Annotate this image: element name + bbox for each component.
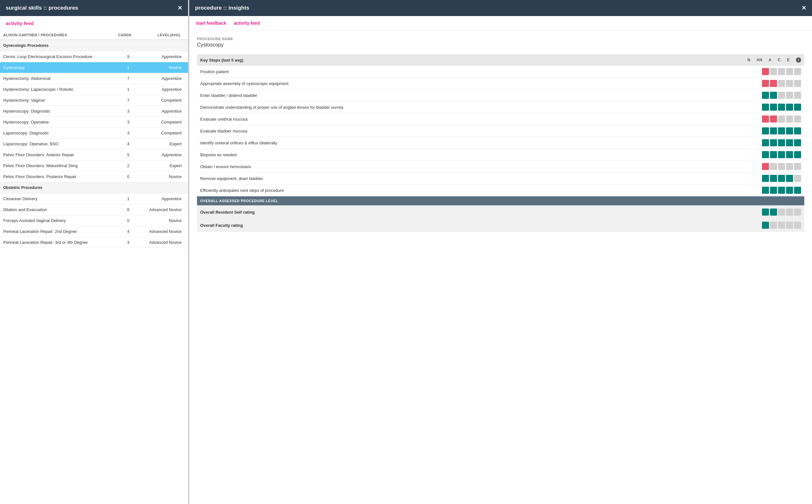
procedure-row[interactable]: Hysterectomy: Vaginal 7 Competent — [0, 95, 188, 106]
key-step-row: Biopsies as needed — [197, 149, 804, 161]
key-step-ratings — [744, 78, 804, 90]
procedure-row[interactable]: Pelvic Floor Disorders: Posterior Repair… — [0, 171, 188, 182]
procedure-row[interactable]: Hysteroscopy: Diagnostic 3 Apprentice — [0, 106, 188, 117]
procedure-name: Forceps Assisted Vaginal Delivery — [0, 215, 111, 226]
summary-row: Overall Resident Self rating — [197, 206, 804, 219]
rating-cell — [770, 115, 777, 123]
rating-cell — [786, 151, 793, 158]
col-header-n: N — [744, 54, 754, 66]
procedure-row[interactable]: Perineal Laceration Repair: 3rd or 4th D… — [0, 237, 188, 248]
procedure-row[interactable]: Cervix: Loop Electrosurgical Excision Pr… — [0, 51, 188, 62]
col-level: LEVEL(AVG) — [139, 30, 188, 40]
key-steps-header: Key Steps (last 5 avg) — [197, 54, 744, 66]
procedure-name: Pelvic Floor Disorders: Anterior Repair — [0, 149, 111, 160]
right-panel-content: PROCEDURE NAME Cystoscopy Key Steps (las… — [189, 30, 812, 504]
rating-cell — [762, 187, 769, 194]
procedure-row[interactable]: Hysteroscopy: Operative 3 Competent — [0, 117, 188, 128]
procedure-cards: 7 — [111, 73, 139, 84]
rating-cell — [762, 80, 769, 87]
rating-cell — [794, 163, 801, 170]
rating-cell — [770, 175, 777, 182]
rating-cell — [762, 115, 769, 123]
procedure-cards: 4 — [111, 226, 139, 237]
procedure-row[interactable]: Dilation and Evacuation 6 Advanced Novic… — [0, 204, 188, 215]
procedure-name: Laparoscopy: Operative, BSO — [0, 139, 111, 149]
procedure-cards: 3 — [111, 237, 139, 248]
insights-table: Key Steps (last 5 avg)NANACEi Position p… — [197, 54, 804, 232]
start-feedback-link[interactable]: start feedback — [196, 21, 226, 26]
key-step-ratings — [744, 101, 804, 113]
key-step-row: Efficiently anticipates next steps of pr… — [197, 184, 804, 196]
rating-cell — [770, 209, 777, 216]
procedure-level: Advanced Novice — [139, 237, 188, 248]
rating-cell — [778, 104, 785, 111]
procedure-level: Apprentice — [139, 84, 188, 95]
rating-cell — [778, 92, 785, 99]
key-step-ratings — [744, 90, 804, 101]
procedure-level: Novice — [139, 215, 188, 226]
left-panel-close[interactable]: ✕ — [177, 4, 182, 12]
procedure-row[interactable]: Hysterectomy: Abdominal 7 Apprentice — [0, 73, 188, 84]
procedure-level: Competent — [139, 128, 188, 139]
left-activity-feed-link[interactable]: activity feed — [0, 16, 188, 30]
procedure-row[interactable]: Perineal Laceration Repair: 2nd Degree 4… — [0, 226, 188, 237]
procedure-name-label: PROCEDURE NAME — [197, 37, 804, 41]
procedure-row[interactable]: Pelvic Floor Disorders: Midurethral Slin… — [0, 160, 188, 171]
key-step-name: Efficiently anticipates next steps of pr… — [197, 184, 744, 196]
key-step-row: Enter bladder / distend bladder — [197, 90, 804, 101]
right-activity-feed-link[interactable]: activity feed — [234, 21, 260, 26]
rating-cell — [794, 139, 801, 146]
rating-cell — [794, 187, 801, 194]
procedure-row[interactable]: Pelvic Floor Disorders: Anterior Repair … — [0, 149, 188, 160]
info-icon[interactable]: i — [796, 57, 801, 63]
rating-cell — [770, 163, 777, 170]
summary-name: Overall Resident Self rating — [197, 206, 744, 219]
rating-cell — [794, 151, 801, 158]
procedure-level: Novice — [139, 171, 188, 182]
key-step-name: Evaluate urethral mucosa — [197, 113, 744, 125]
procedure-row[interactable]: Laparoscopy: Operative, BSO 4 Expert — [0, 139, 188, 149]
rating-cell — [778, 151, 785, 158]
procedure-level: Expert — [139, 160, 188, 171]
rating-cell — [786, 92, 793, 99]
procedure-level: Novice — [139, 62, 188, 73]
col-header-a: A — [765, 54, 775, 66]
procedure-cards: 1 — [111, 84, 139, 95]
rating-cell — [778, 80, 785, 87]
procedure-row[interactable]: Cystoscopy 1 Novice — [0, 62, 188, 73]
rating-cell — [762, 222, 769, 229]
rating-cell — [770, 80, 777, 87]
procedures-table-container: ALISON GARTNER / PROCEDURES CARDS LEVEL(… — [0, 30, 188, 504]
procedure-row[interactable]: Forceps Assisted Vaginal Delivery 0 Novi… — [0, 215, 188, 226]
rating-cell — [770, 127, 777, 134]
right-panel-close[interactable]: ✕ — [801, 4, 806, 12]
rating-cell — [786, 115, 793, 123]
category-row: Gynecologic Procedures — [0, 40, 188, 51]
procedure-name: Hysteroscopy: Operative — [0, 117, 111, 128]
procedure-name: Pelvic Floor Disorders: Posterior Repair — [0, 171, 111, 182]
procedure-row[interactable]: Cesarean Delivery 1 Apprentice — [0, 193, 188, 204]
key-step-row: Evaluate bladder mucosa — [197, 125, 804, 137]
key-step-ratings — [744, 173, 804, 184]
rating-cell — [762, 92, 769, 99]
rating-cell — [786, 187, 793, 194]
rating-cell — [778, 187, 785, 194]
procedure-name: Dilation and Evacuation — [0, 204, 111, 215]
key-step-name: Enter bladder / distend bladder — [197, 90, 744, 101]
key-step-name: Remove equipment, drain bladder — [197, 173, 744, 184]
rating-cell — [794, 127, 801, 134]
category-name: Gynecologic Procedures — [0, 40, 188, 51]
rating-cell — [762, 151, 769, 158]
rating-cell — [770, 104, 777, 111]
left-panel: surgical skills :: procedures ✕ activity… — [0, 0, 189, 504]
procedure-cards: 7 — [111, 95, 139, 106]
procedure-level: Apprentice — [139, 51, 188, 62]
procedure-name: Hysteroscopy: Diagnostic — [0, 106, 111, 117]
procedure-cards: 5 — [111, 149, 139, 160]
rating-cell — [778, 163, 785, 170]
rating-cell — [794, 92, 801, 99]
procedure-name: Perineal Laceration Repair: 3rd or 4th D… — [0, 237, 111, 248]
left-panel-header: surgical skills :: procedures ✕ — [0, 0, 188, 16]
procedure-row[interactable]: Laparoscopy: Diagnostic 3 Competent — [0, 128, 188, 139]
procedure-row[interactable]: Hysterectomy: Laparoscopic / Robotic 1 A… — [0, 84, 188, 95]
